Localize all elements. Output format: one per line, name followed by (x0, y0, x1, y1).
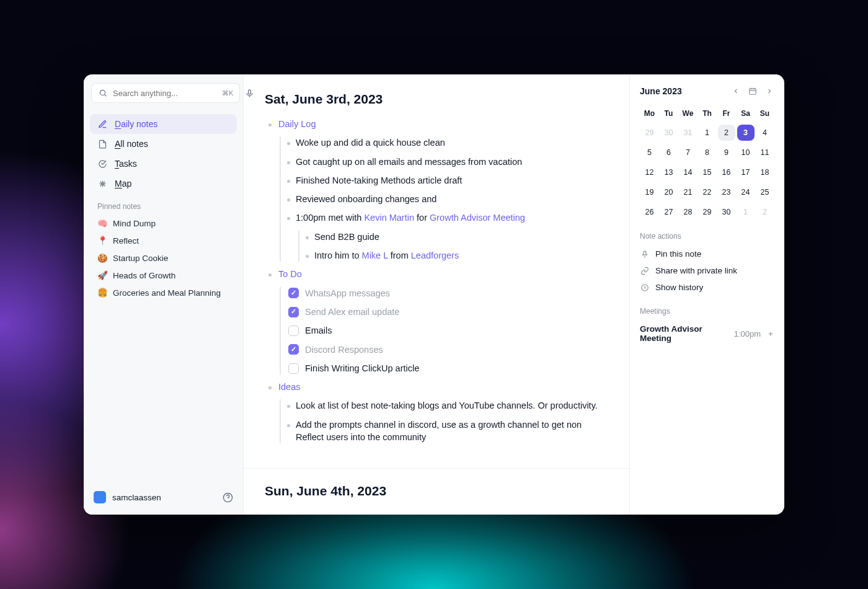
calendar-day[interactable]: 6 (660, 144, 678, 161)
calendar-day[interactable]: 14 (680, 164, 697, 180)
link-person[interactable]: Mike L (362, 250, 388, 260)
pin-icon (640, 250, 649, 259)
todo-item[interactable]: Send Alex email update (281, 306, 608, 318)
section-todo[interactable]: To Do (278, 269, 302, 279)
search-shortcut: ⌘K (222, 89, 233, 97)
checkbox[interactable] (288, 344, 299, 355)
todo-text: Send Alex email update (305, 306, 399, 318)
calendar-day[interactable]: 29 (699, 204, 716, 220)
note-editor[interactable]: Sat, June 3rd, 2023 Daily Log Woke up an… (244, 74, 629, 515)
graph-icon (97, 179, 107, 188)
calendar-day[interactable]: 22 (699, 184, 716, 200)
pinned-label: Pinned notes (90, 193, 237, 215)
username: samclaassen (112, 493, 161, 502)
todo-item[interactable]: Discord Responses (281, 343, 608, 356)
todo-item[interactable]: Emails (281, 324, 608, 337)
calendar-day[interactable]: 16 (718, 164, 735, 180)
log-subitem[interactable]: Intro him to Mike L from Leadforgers (299, 249, 608, 262)
link-event[interactable]: Growth Advisor Meeting (430, 213, 525, 223)
note-actions-label: Note actions (640, 232, 774, 241)
calendar-day[interactable]: 23 (718, 184, 735, 200)
checkbox[interactable] (288, 307, 299, 317)
calendar-day[interactable]: 24 (737, 184, 755, 200)
pinned-item[interactable]: 🍔Groceries and Meal Planning (90, 284, 237, 301)
nav-map[interactable]: Map (90, 174, 237, 193)
pin-emoji: 📍 (97, 236, 108, 246)
action-pin-note[interactable]: Pin this note (640, 246, 774, 262)
calendar-day[interactable]: 2 (756, 204, 774, 220)
action-share-link[interactable]: Share with private link (640, 262, 774, 279)
action-show-history[interactable]: Show history (640, 279, 774, 296)
user-row[interactable]: samclaassen (90, 486, 237, 508)
nav-tasks[interactable]: Tasks (90, 154, 237, 174)
pinned-item[interactable]: 🍪Startup Cookie (90, 249, 237, 267)
nav-all-notes[interactable]: All notes (90, 134, 237, 154)
calendar-prev[interactable] (731, 86, 741, 96)
calendar-day[interactable]: 9 (718, 144, 735, 161)
calendar-day[interactable]: 29 (641, 125, 658, 141)
calendar-day[interactable]: 8 (699, 144, 716, 161)
idea-item[interactable]: Add the prompts channel in discord, use … (281, 418, 608, 444)
right-panel: June 2023 MoTuWeThFrSaSu2930311234567891… (629, 74, 784, 515)
primary-nav: Daily notes All notes Tasks Map (90, 114, 237, 193)
calendar-day[interactable]: 7 (680, 144, 697, 161)
calendar-day[interactable]: 10 (737, 144, 755, 161)
calendar-day[interactable]: 4 (756, 125, 774, 141)
pinned-item[interactable]: 🚀Heads of Growth (90, 267, 237, 284)
meeting-name: Growth Advisor Meeting (640, 324, 728, 343)
nav-daily-notes[interactable]: Daily notes (90, 114, 237, 134)
calendar-day[interactable]: 25 (756, 184, 774, 200)
add-meeting-button[interactable]: + (767, 329, 774, 339)
calendar-day[interactable]: 27 (660, 204, 678, 220)
checkbox[interactable] (288, 326, 299, 336)
search-input-wrapper[interactable]: ⌘K (91, 83, 240, 103)
todo-text: Emails (305, 324, 332, 337)
calendar-day[interactable]: 1 (699, 125, 716, 141)
calendar-today[interactable] (747, 86, 758, 97)
todo-item[interactable]: Finish Writing ClickUp article (281, 362, 608, 374)
calendar-day[interactable]: 1 (737, 204, 755, 220)
calendar-day[interactable]: 15 (699, 164, 716, 180)
calendar-day[interactable]: 17 (737, 164, 755, 180)
log-subitem[interactable]: Send B2B guide (299, 231, 608, 243)
todo-text: Finish Writing ClickUp article (305, 362, 419, 374)
log-item[interactable]: Finished Note-taking Methods article dra… (281, 174, 608, 187)
calendar-day[interactable]: 26 (641, 204, 658, 220)
calendar-day[interactable]: 20 (660, 184, 678, 200)
calendar-day[interactable]: 5 (641, 144, 658, 161)
pinned-item[interactable]: 🧠Mind Dump (90, 215, 237, 232)
section-daily-log[interactable]: Daily Log (278, 119, 316, 129)
meeting-row[interactable]: Growth Advisor Meeting 1:00pm + (640, 321, 774, 347)
calendar-day[interactable]: 3 (737, 125, 755, 141)
calendar-day[interactable]: 30 (660, 125, 678, 141)
calendar-day[interactable]: 18 (756, 164, 774, 180)
calendar-day[interactable]: 30 (718, 204, 735, 220)
help-button[interactable] (223, 492, 233, 503)
link-person[interactable]: Kevin Martin (364, 213, 414, 223)
calendar-day[interactable]: 28 (680, 204, 697, 220)
link-company[interactable]: Leadforgers (411, 250, 459, 260)
todo-item[interactable]: WhatsApp messages (281, 287, 608, 299)
calendar-day[interactable]: 2 (718, 125, 735, 141)
log-item[interactable]: Got caught up on all emails and messages… (281, 156, 608, 168)
pin-emoji: 🍔 (97, 288, 108, 298)
calendar-day[interactable]: 31 (680, 125, 697, 141)
log-item[interactable]: Woke up and did a quick house clean (281, 136, 608, 149)
calendar-day[interactable]: 12 (641, 164, 658, 180)
next-note-title: Sun, June 4th, 2023 (265, 484, 608, 498)
log-item[interactable]: Reviewed onboarding changes and (281, 193, 608, 205)
search-input[interactable] (113, 89, 217, 98)
pinned-item[interactable]: 📍Reflect (90, 232, 237, 249)
log-item-meeting[interactable]: 1:00pm met with Kevin Martin for Growth … (281, 211, 608, 262)
idea-item[interactable]: Look at list of best note-taking blogs a… (281, 399, 608, 412)
todo-text: Discord Responses (305, 343, 383, 356)
calendar-next[interactable] (764, 86, 774, 96)
section-ideas[interactable]: Ideas (278, 382, 300, 392)
calendar-day[interactable]: 13 (660, 164, 678, 180)
calendar-day[interactable]: 19 (641, 184, 658, 200)
calendar-day[interactable]: 11 (756, 144, 774, 161)
calendar-day[interactable]: 21 (680, 184, 697, 200)
svg-rect-15 (750, 89, 756, 94)
checkbox[interactable] (288, 363, 299, 374)
checkbox[interactable] (288, 288, 299, 298)
